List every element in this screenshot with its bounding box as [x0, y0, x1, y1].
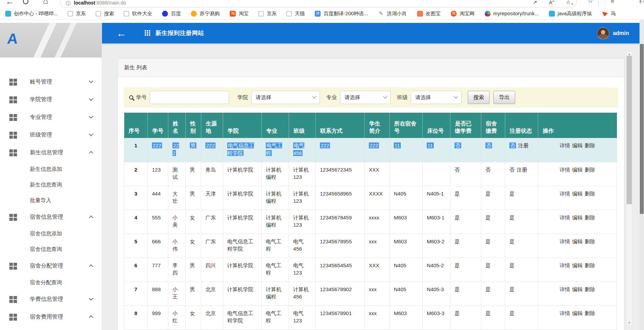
sidebar-subitem[interactable]: 新生信息查询 — [0, 177, 102, 193]
export-button[interactable]: 导出 — [493, 91, 515, 104]
page-scrollbar[interactable] — [639, 20, 644, 330]
bookmark-label: 百度 — [171, 10, 181, 17]
action-delete[interactable]: 删除 — [585, 191, 595, 197]
baidu-paw-icon — [162, 11, 168, 17]
sidebar-subitem[interactable]: 宿舍费用添加 — [0, 326, 102, 330]
sidebar-item-2[interactable]: 专业管理 — [0, 108, 102, 126]
bookmark-item[interactable]: java高级程序猿 — [549, 10, 592, 17]
sidebar-item-8[interactable]: 宿舍费用管理 — [0, 308, 102, 326]
sidebar-subitem[interactable]: 宿舍分配查询 — [0, 275, 102, 290]
user-avatar[interactable] — [597, 27, 609, 40]
action-detail[interactable]: 详情 — [560, 191, 570, 197]
bookmark-item[interactable]: 京东 — [259, 10, 277, 17]
action-delete[interactable]: 删除 — [585, 215, 595, 220]
bookmark-item[interactable]: 译百度翻译-200种语... — [315, 10, 368, 17]
bookmark-item[interactable]: 淘淘宝 — [230, 10, 248, 17]
table-row[interactable]: 2123测试男青岛计算机学院计算机编程计算机12312345672345XXX否… — [124, 162, 617, 186]
panel-scrollbar-thumb[interactable] — [627, 56, 632, 204]
table-row[interactable]: 1222222男222电气信息工程学院电气工程电气4562222221111否否… — [124, 138, 617, 162]
bookmark-item[interactable]: 苏宁易购 — [191, 10, 220, 17]
row-cell: 否注册 — [505, 138, 538, 162]
refresh-icon[interactable] — [23, 0, 28, 4]
action-edit[interactable]: 编辑 — [572, 286, 583, 292]
action-edit[interactable]: 编辑 — [572, 238, 583, 244]
bookmark-item[interactable]: ✎洪湖小肖 — [378, 10, 407, 17]
action-delete[interactable]: 删除 — [585, 262, 595, 268]
action-detail[interactable]: 详情 — [560, 286, 570, 292]
favorites-icon[interactable] — [588, 0, 593, 4]
student-id-input[interactable] — [150, 91, 229, 104]
share-icon[interactable] — [533, 0, 537, 6]
sidebar-item-4[interactable]: 新生信息管理 — [0, 144, 102, 162]
sidebar-item-7[interactable]: 学费信息管理 — [0, 290, 102, 308]
action-detail[interactable]: 详情 — [560, 310, 570, 316]
bookmark-item[interactable]: 百度 — [162, 10, 181, 17]
action-edit[interactable]: 编辑 — [572, 310, 583, 316]
chevron-up-icon — [89, 151, 93, 156]
row-cell: 222 — [148, 138, 168, 162]
action-detail[interactable]: 详情 — [560, 238, 570, 244]
address-bar[interactable]: localhost:8088/main.do — [60, 0, 577, 7]
action-delete[interactable]: 删除 — [585, 286, 595, 292]
class-select[interactable]: 请选择 — [411, 91, 461, 104]
action-edit[interactable]: 编辑 — [572, 167, 583, 173]
read-aloud-icon[interactable] — [549, 0, 554, 6]
sidebar-subitem[interactable]: 新生信息添加 — [0, 162, 102, 177]
table-row[interactable]: 3444大壮男天津计算机学院计算机编程计算机12312345658965XXXX… — [124, 186, 617, 210]
reading-list-icon[interactable] — [611, 0, 614, 4]
action-edit[interactable]: 编辑 — [572, 142, 583, 148]
bookmark-item[interactable]: 创作中心 - 哔哩哔... — [5, 10, 58, 17]
major-select[interactable]: 请选择 — [340, 91, 391, 104]
table-row[interactable]: 6777李四男四川计算机学院电气工程电气12312345654545XXXN40… — [124, 258, 617, 281]
action-delete[interactable]: 删除 — [585, 142, 595, 148]
table-row[interactable]: 5666小伟女广东电气信息工程学院电气工程电气45612345678955xxx… — [124, 234, 617, 258]
browser-profile-icon[interactable] — [639, 0, 644, 5]
action-detail[interactable]: 详情 — [560, 262, 570, 268]
apps-grid-icon[interactable] — [145, 30, 151, 36]
bookmark-item[interactable]: 京东 — [68, 10, 86, 17]
bookmark-item[interactable]: 搜索 — [96, 10, 114, 17]
back-icon[interactable] — [6, 0, 14, 6]
action-detail[interactable]: 详情 — [560, 215, 570, 220]
sidebar-item-0[interactable]: 账号管理 — [0, 73, 102, 91]
bookmark-item[interactable]: 软件大全 — [124, 10, 152, 17]
register-link[interactable]: 注册 — [518, 142, 528, 148]
sidebar-item-1[interactable]: 学院管理 — [0, 91, 102, 108]
action-edit[interactable]: 编辑 — [572, 262, 583, 268]
table-row[interactable]: 7888小王男北京计算机学院计算机编程计算机45612345678902xxxN… — [124, 281, 617, 305]
row-cell: 小红 — [168, 305, 186, 329]
bookmark-item[interactable]: 淘淘宝网 — [451, 10, 475, 17]
page-info-icon[interactable] — [66, 1, 70, 6]
action-delete[interactable]: 删除 — [585, 238, 595, 244]
sidebar-subitem[interactable]: 批量导入 — [0, 193, 102, 208]
search-button[interactable]: 搜索 — [468, 91, 490, 104]
sidebar-item-3[interactable]: 班级管理 — [0, 126, 102, 144]
add-favorite-icon[interactable] — [566, 0, 571, 6]
header-back-icon[interactable] — [116, 28, 127, 38]
bookmark-item[interactable]: 天猫 — [287, 10, 305, 17]
page-scrollbar-thumb[interactable] — [640, 44, 644, 214]
bookmark-item[interactable]: 鸟 — [602, 10, 616, 17]
register-link[interactable]: 注册 — [517, 167, 527, 173]
home-icon[interactable] — [43, 0, 48, 5]
sidebar-subitem[interactable]: 宿舍信息查询 — [0, 242, 102, 257]
sidebar-subitem[interactable]: 宿舍信息添加 — [0, 226, 102, 242]
bookmark-label: 淘宝网 — [459, 10, 475, 17]
action-delete[interactable]: 删除 — [585, 167, 595, 173]
bookmark-item[interactable]: 改图宝 — [417, 10, 441, 17]
sidebar-item-6[interactable]: 宿舍分配管理 — [0, 257, 102, 275]
user-menu[interactable]: admin — [597, 27, 629, 40]
panel-scrollbar[interactable] — [626, 51, 632, 326]
search-icon — [129, 95, 133, 99]
bookmark-item[interactable]: myrepository/trunk... — [485, 11, 539, 17]
college-select[interactable]: 请选择 — [251, 91, 320, 104]
action-detail[interactable]: 详情 — [560, 167, 570, 173]
table-row[interactable]: 4555小美女广东计算机学院计算机编程计算机12312345678459xxxx… — [124, 210, 617, 234]
action-edit[interactable]: 编辑 — [572, 191, 583, 197]
action-edit[interactable]: 编辑 — [572, 215, 583, 220]
sidebar-item-5[interactable]: 宿舍信息管理 — [0, 208, 102, 226]
action-delete[interactable]: 删除 — [585, 310, 595, 316]
table-row[interactable]: 8999小红女北京电气信息工程学院电气工程电气12312345678901xxx… — [124, 305, 617, 329]
row-cell: 计算机学院 — [223, 258, 262, 281]
action-detail[interactable]: 详情 — [560, 142, 570, 148]
